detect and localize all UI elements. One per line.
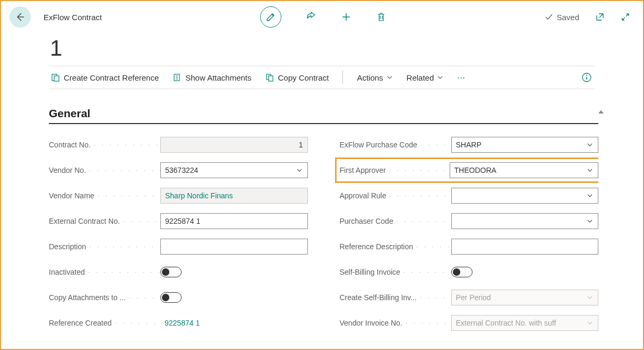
create-self-billing-select[interactable]: Per Period (451, 290, 599, 305)
field-self-billing-invoice: Self-Billing Invoice· · · · · · · · · · … (340, 264, 599, 280)
chevron-down-icon (586, 167, 594, 174)
field-description: Description· · · · · · · · · · · · · (49, 239, 308, 255)
label: Vendor No. (49, 166, 86, 174)
chevron-down-icon (586, 192, 594, 199)
chevron-down-icon (387, 74, 393, 81)
document-link-icon (51, 73, 59, 82)
vendor-invoice-no-select[interactable]: External Contract No. with suff (451, 315, 599, 331)
first-approver-select[interactable]: THEODORA (450, 162, 599, 178)
scrollbar[interactable] (598, 110, 603, 347)
field-vendor-no: Vendor No.· · · · · · · · · · · · · 5367… (49, 162, 308, 178)
check-icon (545, 13, 553, 21)
chevron-down-icon (586, 217, 594, 225)
action-copy-contract[interactable]: Copy Contract (265, 73, 329, 82)
menu-label: Related (407, 73, 434, 82)
app-frame: ExFlow Contract Saved (0, 0, 644, 350)
label: Vendor Name (49, 191, 95, 200)
external-contract-no-input[interactable]: 9225874 1 (160, 213, 308, 229)
new-button[interactable] (341, 12, 351, 22)
label: Vendor Invoice No. (340, 319, 402, 327)
action-label: Copy Contract (278, 73, 329, 82)
more-options[interactable]: ⋯ (457, 73, 466, 82)
related-menu[interactable]: Related (407, 73, 444, 82)
left-column: Contract No.· · · · · · · · · · · · · 1 … (49, 137, 308, 331)
chevron-down-icon (296, 167, 303, 174)
field-contract-no: Contract No.· · · · · · · · · · · · · 1 (49, 137, 308, 153)
label: Self-Billing Invoice (340, 268, 400, 276)
share-icon (306, 12, 316, 22)
field-copy-attachments: Copy Attachments to ...· · · · · · · · ·… (49, 290, 308, 305)
action-label: Show Attachments (185, 73, 251, 82)
field-reference-description: Reference Description· · · · · · · · · ·… (340, 239, 599, 255)
description-input[interactable] (160, 239, 308, 255)
header-center-actions (102, 6, 545, 28)
reference-created-display[interactable]: 9225874 1 (160, 315, 308, 331)
expand-button[interactable] (621, 12, 630, 22)
label: Approval Rule (340, 191, 387, 200)
arrow-left-icon (15, 12, 25, 22)
copy-attachments-toggle[interactable] (160, 292, 182, 303)
attachment-icon (173, 73, 181, 82)
contract-no-input[interactable]: 1 (160, 137, 308, 153)
label: Reference Description (340, 242, 414, 251)
trash-icon (376, 12, 387, 22)
header-right: Saved (545, 12, 630, 22)
edit-button[interactable] (260, 6, 281, 28)
section-title-general[interactable]: General (49, 107, 598, 124)
actions-menu[interactable]: Actions (357, 73, 392, 82)
record-title: 1 (1, 33, 643, 66)
label: External Contract No. (49, 217, 120, 225)
right-column: ExFlow Purchase Code· · · · · · · · · · … (340, 137, 599, 331)
menu-label: Actions (357, 73, 383, 82)
page-type-label: ExFlow Contract (44, 13, 102, 22)
svg-rect-1 (54, 76, 59, 81)
purchaser-code-select[interactable] (451, 213, 599, 229)
share-button[interactable] (306, 12, 316, 22)
divider (342, 71, 343, 84)
field-approval-rule: Approval Rule· · · · · · · · · · · · · (340, 188, 599, 204)
label: Create Self-Billing Inv... (340, 293, 417, 302)
general-fields: Contract No.· · · · · · · · · · · · · 1 … (49, 137, 598, 331)
svg-point-6 (586, 75, 587, 76)
field-vendor-invoice-no: Vendor Invoice No.· · · · · · · · · · · … (340, 315, 599, 331)
chevron-down-icon (586, 141, 594, 148)
saved-label: Saved (556, 13, 579, 22)
chevron-down-icon (586, 294, 594, 301)
popout-button[interactable] (595, 12, 605, 22)
delete-button[interactable] (376, 12, 387, 22)
content-area: General Contract No.· · · · · · · · · · … (49, 107, 598, 349)
field-first-approver: First Approver· · · · · · · · · · · · · … (335, 158, 599, 183)
purchase-code-select[interactable]: SHARP (451, 137, 599, 153)
copy-icon (265, 73, 274, 82)
header: ExFlow Contract Saved (1, 1, 643, 33)
expand-icon (621, 12, 630, 22)
action-show-attachments[interactable]: Show Attachments (173, 73, 251, 82)
approval-rule-select[interactable] (451, 188, 599, 204)
back-button[interactable] (10, 6, 31, 28)
label: Purchaser Code (340, 217, 393, 225)
label: First Approver (340, 166, 386, 174)
chevron-down-icon (437, 74, 443, 81)
reference-description-input[interactable] (451, 239, 599, 255)
action-label: Create Contract Reference (64, 73, 159, 82)
action-bar: Create Contract Reference Show Attachmen… (49, 66, 595, 89)
saved-status: Saved (545, 13, 579, 22)
info-icon (581, 72, 592, 83)
field-exflow-purchase-code: ExFlow Purchase Code· · · · · · · · · · … (340, 137, 599, 153)
field-purchaser-code: Purchaser Code· · · · · · · · · · · · · (340, 213, 599, 229)
scroll-up-icon (598, 110, 604, 113)
pencil-icon (266, 12, 276, 22)
self-billing-toggle[interactable] (451, 267, 473, 277)
vendor-name-display[interactable]: Sharp Nordic Finans (160, 188, 308, 204)
popout-icon (595, 12, 605, 22)
inactivated-toggle[interactable] (160, 267, 182, 277)
field-external-contract-no: External Contract No.· · · · · · · · · ·… (49, 213, 308, 229)
vendor-no-select[interactable]: 53673224 (160, 162, 308, 178)
label: Reference Created (49, 319, 111, 327)
svg-rect-4 (269, 76, 273, 81)
chevron-down-icon (586, 319, 594, 327)
label: Description (49, 242, 86, 251)
action-create-contract-reference[interactable]: Create Contract Reference (51, 73, 159, 82)
info-button[interactable] (581, 72, 592, 83)
field-create-self-billing-inv: Create Self-Billing Inv...· · · · · · · … (340, 290, 599, 305)
